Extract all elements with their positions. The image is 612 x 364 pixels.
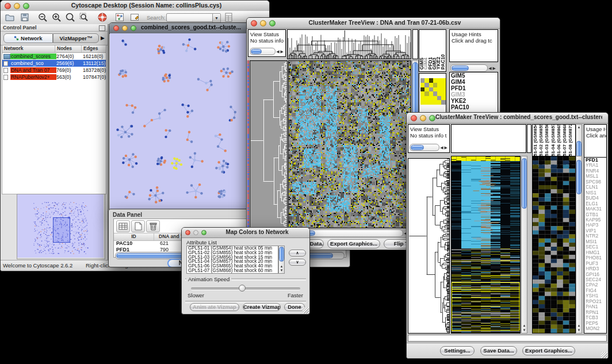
matrix-cell[interactable] xyxy=(429,100,433,105)
resize-grip[interactable] xyxy=(601,352,607,358)
column-header[interactable]: Nodes xyxy=(55,45,82,52)
gene-label[interactable]: YKE2 xyxy=(450,98,498,104)
minimize-icon[interactable] xyxy=(193,230,198,235)
export-graphics-button[interactable]: Export Graphics... xyxy=(522,346,575,355)
matrix-cell[interactable] xyxy=(441,100,445,105)
settings-button[interactable]: Settings... xyxy=(440,346,475,355)
splitter-strip[interactable] xyxy=(412,29,418,59)
column-label[interactable]: PAC10 xyxy=(440,54,446,70)
zoom-heatmap-canvas[interactable] xyxy=(532,156,576,334)
network-list-row[interactable]: RNAPuberNov2+563(0)107847(0) xyxy=(2,74,106,81)
matrix-cell[interactable] xyxy=(424,100,429,105)
column-dendrogram-canvas[interactable] xyxy=(287,29,411,59)
hints-scrollbar[interactable]: ◀▶ xyxy=(450,64,496,72)
zoom-in-icon[interactable] xyxy=(51,12,62,22)
trash-icon[interactable] xyxy=(146,220,160,232)
scroll-thumb[interactable] xyxy=(522,158,527,209)
close-icon[interactable] xyxy=(5,3,11,9)
attribute-list-vscrollbar[interactable]: ▲ ▼ xyxy=(278,246,285,274)
treeview1-titlebar[interactable]: ClusterMaker TreeView : DNA and Tran 07-… xyxy=(247,18,500,29)
tab-vizmapper[interactable]: VizMapper™ xyxy=(53,33,99,43)
scroll-down-icon[interactable]: ▼ xyxy=(279,269,284,273)
float-panel-icon[interactable] xyxy=(99,25,105,31)
splitter-strip[interactable] xyxy=(527,124,531,153)
attribute-browser-icon[interactable] xyxy=(224,12,234,22)
minimize-icon[interactable] xyxy=(260,20,266,26)
network-canvas[interactable] xyxy=(110,33,249,212)
close-icon[interactable] xyxy=(185,230,190,235)
scroll-up-icon[interactable]: ▲ xyxy=(279,265,284,269)
zoom-window-icon[interactable] xyxy=(429,115,435,121)
zoom-fit-icon[interactable] xyxy=(65,12,75,22)
gene-label[interactable]: GIM5 xyxy=(450,72,498,79)
minimize-icon[interactable] xyxy=(420,115,426,121)
matrix-cell[interactable] xyxy=(433,100,437,105)
column-header[interactable]: Network xyxy=(2,45,55,52)
zoom-vscrollbar[interactable]: ▲ ▼ xyxy=(576,156,582,334)
close-icon[interactable] xyxy=(251,20,257,26)
search-input[interactable] xyxy=(166,13,215,22)
open-icon[interactable] xyxy=(5,12,15,22)
row-dendrogram-canvas[interactable] xyxy=(250,60,288,228)
scroll-up-icon[interactable]: ▲ xyxy=(522,324,527,328)
close-icon[interactable] xyxy=(411,115,417,121)
edit-canvas-icon[interactable] xyxy=(129,12,140,22)
help-lifering-icon[interactable] xyxy=(97,12,108,22)
zoom-window-icon[interactable] xyxy=(269,20,276,26)
minimize-icon[interactable] xyxy=(122,25,128,31)
view-status-scrollbar[interactable]: ◀▶ xyxy=(250,48,284,55)
move-down-button[interactable]: ∨ xyxy=(289,259,306,266)
table-icon[interactable] xyxy=(116,220,130,232)
column-header[interactable]: ID xyxy=(114,233,154,240)
heatmap-vscrollbar[interactable]: ▲ ▼ xyxy=(521,156,527,334)
speed-slider-track[interactable] xyxy=(191,288,300,290)
close-icon[interactable] xyxy=(113,25,119,31)
zoom-selected-icon[interactable] xyxy=(79,12,89,22)
gene-label[interactable]: PFD1 xyxy=(450,85,498,91)
done-button[interactable]: Done xyxy=(284,303,305,311)
attribute-item[interactable]: GPL51-07 (GSM868) heat shock 60 min xyxy=(187,269,278,273)
scroll-up-icon[interactable]: ▲ xyxy=(576,324,582,328)
search-dropdown-icon[interactable]: ▼ xyxy=(212,13,221,23)
treeview2-titlebar[interactable]: ClusterMaker TreeView : combined_scores_… xyxy=(407,113,608,124)
animate-vizmap-button[interactable]: Anim ate Vizmap xyxy=(190,303,239,311)
column-dendrogram-panel[interactable] xyxy=(451,124,526,153)
row-dendrogram-canvas[interactable] xyxy=(408,158,450,334)
view-status-scrollbar[interactable]: ◀▶ xyxy=(410,144,448,151)
save-data-button[interactable]: Save Data... xyxy=(480,346,517,355)
zoom-window-icon[interactable] xyxy=(23,3,29,9)
create-vizmap-button[interactable]: Create Vizmap xyxy=(243,303,281,311)
scroll-down-icon[interactable]: ▼ xyxy=(576,328,582,332)
gene-label[interactable]: PAC10 xyxy=(450,104,498,110)
gene-label[interactable]: GIM4 xyxy=(450,79,498,85)
zoom-window-icon[interactable] xyxy=(201,230,206,235)
birdseye-view[interactable] xyxy=(17,194,105,259)
minimize-icon[interactable] xyxy=(14,3,20,9)
matrix-cell[interactable] xyxy=(437,100,441,105)
matrix-cell[interactable] xyxy=(420,100,424,105)
zoom-window-icon[interactable] xyxy=(131,25,136,31)
gene-label[interactable]: MON2 xyxy=(584,326,606,331)
birdseye-canvas[interactable] xyxy=(17,194,104,258)
column-header[interactable]: Edges xyxy=(82,45,106,52)
scroll-thumb[interactable] xyxy=(576,160,582,194)
network-view-titlebar[interactable]: combined_scores_good.txt--cluste... xyxy=(109,23,250,34)
graph-icon[interactable] xyxy=(114,12,125,22)
network-list-row[interactable]: combined_sco2569(6)13112(15) xyxy=(2,60,106,67)
scroll-down-icon[interactable]: ▼ xyxy=(522,328,527,332)
tab-overflow-icon[interactable]: ▶ xyxy=(101,35,105,41)
main-titlebar[interactable]: Cytoscape Desktop (Session Name: collins… xyxy=(1,1,269,12)
save-icon[interactable] xyxy=(20,12,30,22)
network-list-row[interactable]: DNA and Tran 07769(0)183728(0) xyxy=(2,67,106,74)
export-graphics-button[interactable]: Export Graphics... xyxy=(327,239,380,248)
zoom-out-icon[interactable] xyxy=(37,12,48,22)
hscroll-strip[interactable] xyxy=(408,335,607,342)
correlation-matrix[interactable] xyxy=(420,75,446,101)
dialog-titlebar[interactable]: Map Colors to Network xyxy=(182,228,309,238)
scroll-thumb[interactable] xyxy=(279,247,284,262)
heatmap-canvas[interactable] xyxy=(288,60,411,228)
gene-label[interactable]: GIM3 xyxy=(450,91,498,98)
heatmap-canvas[interactable] xyxy=(451,156,521,334)
new-document-icon[interactable] xyxy=(131,220,145,232)
network-list-row[interactable]: combined_scores2764(0)16218(0) xyxy=(2,53,106,60)
